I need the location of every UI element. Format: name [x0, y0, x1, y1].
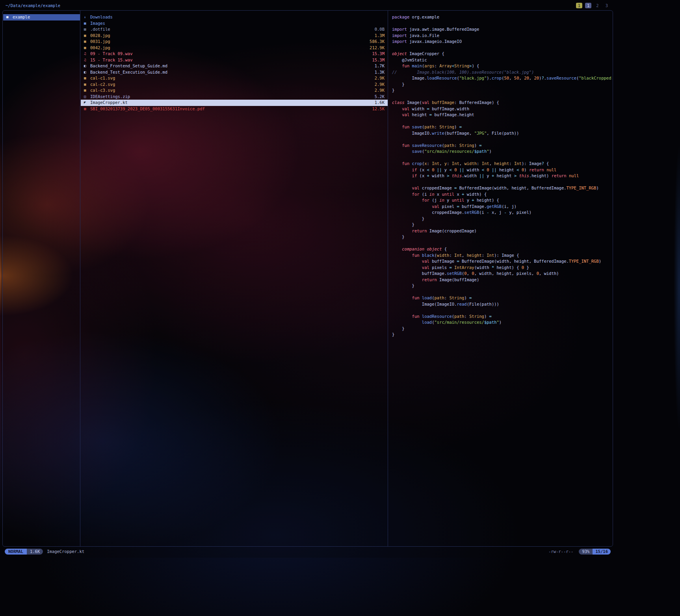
- file-row[interactable]: ▦0031.jpg586.3K: [81, 39, 388, 45]
- file-name: SBI_0032013739_2023_DE05_0003155631Invoi…: [90, 106, 369, 112]
- code-line: val pixels = IntArray(width * height) { …: [388, 265, 612, 271]
- file-row[interactable]: ▥SBI_0032013739_2023_DE05_0003155631Invo…: [81, 106, 388, 112]
- file-row[interactable]: ◧Backend_Frontend_Setup_Guide.md1.7K: [81, 63, 388, 69]
- file-row[interactable]: ▤.dotfile0.0B: [81, 26, 388, 33]
- file-row[interactable]: ▦cal-c1.svg2.9K: [81, 75, 388, 82]
- code-line: for (j in y until y + height) {: [388, 197, 612, 204]
- file-name: cal-c1.svg: [90, 75, 372, 82]
- code-line: [388, 155, 612, 161]
- preview-pane: package org.example import java.awt.imag…: [388, 11, 612, 546]
- parent-item-example[interactable]: ■example: [3, 14, 80, 20]
- file-name: 0028.jpg: [90, 33, 372, 39]
- file-size: 12.5K: [372, 106, 385, 112]
- file-name: ImageCropper.kt: [90, 100, 372, 106]
- file-row[interactable]: ▦cal-c2.svg2.9K: [81, 82, 388, 88]
- file-permissions: -rw-r--r--: [548, 549, 573, 554]
- file-size: 5.2K: [375, 94, 385, 100]
- file-row[interactable]: ↓Downloads: [81, 14, 388, 20]
- file-row[interactable]: ♫09 - Track 09.wav15.3M: [81, 51, 388, 57]
- file-size: 1.7K: [375, 63, 385, 69]
- code-line: val pixel = buffImage.getRGB(i, j): [388, 204, 612, 210]
- code-line: [388, 94, 612, 100]
- file-row[interactable]: ▦0028.jpg1.3M: [81, 33, 388, 39]
- file-size: 1.6K: [375, 100, 385, 106]
- code-line: save("src/main/resources/$path"): [388, 148, 612, 155]
- code-line: }: [388, 332, 612, 338]
- code-line: [388, 289, 612, 295]
- code-line: fun loadResource(path: String) =: [388, 314, 612, 320]
- code-line: fun saveResource(path: String) =: [388, 143, 612, 149]
- file-row[interactable]: ◧Backend_Test_Execution_Guide.md1.3K: [81, 69, 388, 76]
- code-line: fun main(args: Array<String>) {: [388, 63, 612, 69]
- code-line: }: [388, 234, 612, 240]
- tab-4[interactable]: 3: [604, 3, 610, 8]
- code-line: [388, 20, 612, 27]
- code-line: load("src/main/resources/$path"): [388, 319, 612, 326]
- code-line: fun load(path: String) =: [388, 295, 612, 301]
- code-line: [388, 45, 612, 51]
- file-row[interactable]: ♫15 - Track 15.wav15.3M: [81, 57, 388, 63]
- file-size: 15.3M: [372, 51, 385, 57]
- file-row[interactable]: ◤ImageCropper.kt1.6K: [81, 100, 388, 106]
- file-list-pane: ↓Downloads▦Images▤.dotfile0.0B▦0028.jpg1…: [81, 11, 388, 546]
- pdf-icon: ▥: [84, 106, 90, 112]
- mode-badge: NORMAL: [5, 549, 27, 555]
- code-line: [388, 136, 612, 143]
- tab-3[interactable]: 2: [594, 3, 600, 8]
- file-row[interactable]: ▦cal-c3.svg2.9K: [81, 87, 388, 94]
- status-bar: NORMAL 1.6K ImageCropper.kt -rw-r--r-- 9…: [2, 548, 613, 555]
- code-line: val buffImage = BufferedImage(width, hei…: [388, 258, 612, 265]
- tab-1[interactable]: 1: [576, 3, 582, 8]
- status-bar-right: -rw-r--r-- 93% 15/16: [548, 549, 611, 555]
- audio-icon: ♫: [84, 57, 90, 63]
- code-line: val height = buffImage.height: [388, 112, 612, 118]
- code-line: ImageIO.write(buffImage, "JPG", File(pat…: [388, 130, 612, 137]
- file-size: 2.9K: [375, 87, 385, 94]
- file-size-badge: 1.6K: [27, 549, 43, 555]
- code-line: Image.loadResource("black.jpg").crop(50,…: [388, 75, 612, 82]
- yazi-main-area: ■example ↓Downloads▦Images▤.dotfile0.0B▦…: [2, 10, 613, 547]
- folder-icon: ■: [6, 14, 13, 20]
- code-line: val width = buffImage.width: [388, 106, 612, 112]
- code-line: import javax.imageio.ImageIO: [388, 39, 612, 45]
- code-line: if (x + width > this.width || y + height…: [388, 173, 612, 179]
- tab-2[interactable]: 1: [585, 3, 591, 8]
- file-name: Backend_Frontend_Setup_Guide.md: [90, 63, 372, 69]
- image-icon: ▦: [84, 75, 90, 82]
- file-row[interactable]: ▦0042.jpg212.9K: [81, 45, 388, 51]
- file-size: 586.3K: [370, 39, 385, 45]
- audio-icon: ♫: [84, 51, 90, 57]
- file-row[interactable]: ◫IDEAsettings.zip5.2K: [81, 94, 388, 100]
- archive-icon: ◫: [84, 94, 90, 100]
- code-line: [388, 118, 612, 124]
- file-size: 1.3K: [375, 69, 385, 76]
- file-size: 2.9K: [375, 82, 385, 88]
- directory-name: example: [13, 14, 77, 20]
- images-folder-icon: ▦: [84, 20, 90, 27]
- image-icon: ▦: [84, 39, 90, 45]
- file-row[interactable]: ▦Images: [81, 20, 388, 27]
- markdown-icon: ◧: [84, 69, 90, 76]
- code-line: package org.example: [388, 14, 612, 20]
- desktop-wallpaper: ~/Data/example/example 1123 ■example ↓Do…: [0, 0, 680, 616]
- code-line: fun black(width: Int, height: Int): Imag…: [388, 252, 612, 259]
- file-name: Backend_Test_Execution_Guide.md: [90, 69, 372, 76]
- header-bar: ~/Data/example/example 1123: [2, 2, 613, 9]
- scroll-percent-badge: 93%: [579, 549, 593, 555]
- code-line: buffImage.setRGB(0, 0, width, height, pi…: [388, 271, 612, 277]
- image-icon: ▦: [84, 87, 90, 94]
- file-name: cal-c2.svg: [90, 82, 372, 88]
- file-name: 0042.jpg: [90, 45, 366, 51]
- breadcrumb-path: ~/Data/example/example: [6, 3, 60, 8]
- code-line: }: [388, 87, 612, 94]
- terminal-window: ~/Data/example/example 1123 ■example ↓Do…: [1, 1, 615, 558]
- file-size: 2.9K: [375, 75, 385, 82]
- file-size: 15.3M: [372, 57, 385, 63]
- code-line: croppedImage.setRGB(i - x, j - y, pixel): [388, 210, 612, 216]
- kotlin-icon: ◤: [84, 100, 90, 106]
- code-line: }: [388, 222, 612, 228]
- file-name: 0031.jpg: [90, 39, 366, 45]
- code-line: companion object {: [388, 246, 612, 252]
- status-file-name: ImageCropper.kt: [47, 549, 84, 554]
- code-line: fun crop(x: Int, y: Int, width: Int, hei…: [388, 161, 612, 167]
